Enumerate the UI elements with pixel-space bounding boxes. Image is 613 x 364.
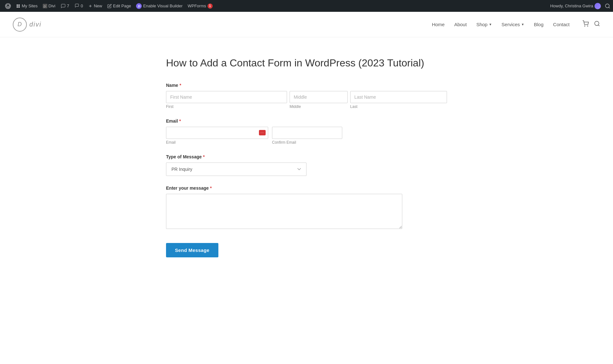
wpforms-badge: 1: [208, 4, 213, 9]
new-label: New: [94, 4, 102, 8]
comment-count: 7: [67, 4, 69, 8]
nav-services[interactable]: Services ▼: [502, 22, 524, 27]
email-field-wrap: ··· Email: [166, 127, 268, 145]
nav-home[interactable]: Home: [432, 22, 445, 27]
svg-point-5: [605, 4, 609, 8]
site-nav: Home About Shop ▼ Services ▼ Blog Contac…: [432, 20, 600, 28]
send-message-button[interactable]: Send Message: [166, 243, 218, 257]
email-row: ··· Email Confirm Email: [166, 127, 447, 145]
divi-icon: D: [136, 3, 142, 9]
svg-line-6: [609, 7, 609, 8]
nav-contact[interactable]: Contact: [553, 22, 570, 27]
enable-visual-builder-label: Enable Visual Builder: [143, 4, 182, 8]
divi-btn[interactable]: D Divi: [40, 0, 58, 12]
message-section: Enter your message *: [166, 186, 447, 230]
logo-letter: D: [18, 21, 22, 28]
email-sub-label: Email: [166, 140, 268, 145]
email-input-container: ···: [166, 127, 268, 139]
email-section: Email * ··· Email Confirm Email: [166, 118, 447, 145]
wp-logo-btn[interactable]: [3, 0, 13, 12]
last-sub-label: Last: [350, 104, 447, 109]
middle-sub-label: Middle: [290, 104, 348, 109]
site-header: D divi Home About Shop ▼ Services ▼ Blog…: [0, 12, 613, 37]
nav-about[interactable]: About: [454, 22, 467, 27]
svg-line-10: [598, 25, 600, 26]
howdy-text: Howdy, Christina Gwira: [550, 4, 593, 8]
edit-page-btn[interactable]: Edit Page: [105, 0, 133, 12]
type-select[interactable]: PR Inquiry General Inquiry Support Other: [166, 163, 306, 176]
wpforms-label: WPForms: [188, 4, 206, 8]
edit-page-label: Edit Page: [113, 4, 131, 8]
name-required-star: *: [179, 83, 181, 88]
admin-bar-right: Howdy, Christina Gwira: [550, 3, 610, 9]
logo-text: divi: [29, 21, 42, 28]
type-required-star: *: [203, 154, 205, 159]
svg-point-8: [587, 26, 588, 27]
message-required-star: *: [210, 186, 212, 191]
new-btn[interactable]: New: [86, 0, 105, 12]
services-chevron-icon: ▼: [521, 23, 524, 26]
email-required-star: *: [179, 118, 181, 124]
email-input[interactable]: [166, 127, 268, 139]
search-icon[interactable]: [605, 3, 610, 9]
email-icon[interactable]: ···: [259, 130, 266, 135]
confirm-email-input[interactable]: [272, 127, 342, 139]
my-sites-label: My Sites: [22, 4, 38, 8]
message-textarea[interactable]: [166, 194, 402, 229]
confirm-email-wrap: Confirm Email: [272, 127, 342, 145]
site-logo[interactable]: D divi: [13, 18, 42, 32]
type-label: Type of Message *: [166, 154, 447, 159]
middle-name-input[interactable]: [290, 91, 348, 103]
name-label: Name *: [166, 83, 447, 88]
divi-label: Divi: [49, 4, 56, 8]
nav-icons: [582, 20, 600, 28]
name-section: Name * First Middle Last: [166, 83, 447, 109]
email-label: Email *: [166, 118, 447, 124]
page-title: How to Add a Contact Form in WordPress (…: [166, 57, 447, 70]
last-name-input[interactable]: [350, 91, 447, 103]
nav-blog[interactable]: Blog: [534, 22, 543, 27]
search-nav-icon[interactable]: [594, 20, 600, 28]
wpforms-btn[interactable]: WPForms 1: [185, 0, 215, 12]
admin-bar: My Sites D Divi 7 0 New Edit Page D Enab…: [0, 0, 613, 12]
last-name-wrap: Last: [350, 91, 447, 109]
first-name-wrap: First: [166, 91, 287, 109]
comments-btn[interactable]: 7: [58, 0, 72, 12]
name-row: First Middle Last: [166, 91, 447, 109]
chat-count: 0: [81, 4, 83, 8]
message-label: Enter your message *: [166, 186, 447, 191]
svg-text:D: D: [44, 4, 46, 8]
middle-name-wrap: Middle: [290, 91, 348, 109]
chat-btn[interactable]: 0: [72, 0, 86, 12]
svg-point-7: [585, 26, 585, 27]
first-name-input[interactable]: [166, 91, 287, 103]
nav-shop[interactable]: Shop ▼: [476, 22, 492, 27]
first-sub-label: First: [166, 104, 287, 109]
cart-icon[interactable]: [582, 20, 589, 28]
enable-visual-builder-btn[interactable]: D Enable Visual Builder: [133, 0, 185, 12]
logo-circle: D: [13, 18, 27, 32]
shop-chevron-icon: ▼: [489, 23, 492, 26]
type-section: Type of Message * PR Inquiry General Inq…: [166, 154, 447, 176]
main-content: How to Add a Contact Form in WordPress (…: [153, 57, 460, 257]
my-sites-btn[interactable]: My Sites: [13, 0, 40, 12]
svg-point-9: [595, 21, 599, 26]
confirm-email-sub-label: Confirm Email: [272, 140, 342, 145]
avatar: [594, 3, 601, 9]
